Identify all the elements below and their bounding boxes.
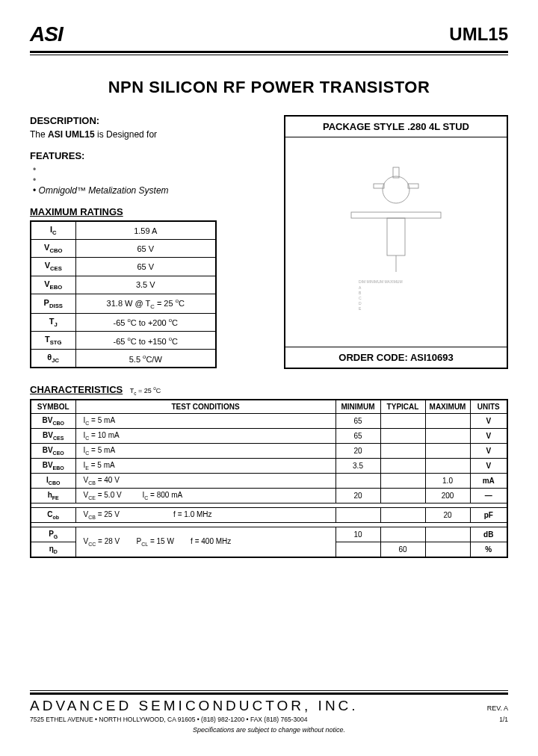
header: ASI UML15 [30, 22, 508, 49]
package-outline-icon: DIM MINIMUM MAXIMUM AB CD E [321, 160, 471, 324]
table-row: BVCBOIC = 5 mA65V [31, 413, 507, 428]
company-address: 7525 ETHEL AVENUE • NORTH HOLLYWOOD, CA … [30, 716, 307, 723]
table-row: BVEBOIE = 5 mA3.5V [31, 458, 507, 473]
table-row: VCBO65 V [31, 240, 216, 258]
revision: REV. A [487, 704, 508, 712]
table-row: PGVCC = 28 V PCL = 15 W f = 400 MHz10dB [31, 527, 507, 542]
svg-text:C: C [359, 296, 362, 300]
page-title: NPN SILICON RF POWER TRANSISTOR [30, 78, 508, 97]
features-heading: FEATURES: [30, 150, 269, 161]
header-rule-thin [30, 55, 508, 55]
svg-text:D: D [359, 301, 362, 306]
table-row: PDISS31.8 W @ TC = 25 oC [31, 294, 216, 313]
table-header-row: SYMBOL TEST CONDITIONS MINIMUM TYPICAL M… [31, 400, 507, 414]
table-row: VCES65 V [31, 258, 216, 276]
characteristics-table: SYMBOL TEST CONDITIONS MINIMUM TYPICAL M… [30, 399, 508, 558]
desc-prefix: The [30, 129, 48, 140]
svg-text:E: E [359, 306, 362, 311]
max-ratings-heading: MAXIMUM RATINGS [30, 206, 269, 217]
table-row: θJC5.5 oC/W [31, 349, 216, 368]
max-ratings-table: IC1.59 A VCBO65 V VCES65 V VEBO3.5 V PDI… [30, 220, 217, 368]
description-heading: DESCRIPTION: [30, 115, 269, 126]
table-row: hFEVCE = 5.0 V IC = 800 mA20200— [31, 488, 507, 503]
package-box: PACKAGE STYLE .280 4L STUD [284, 115, 508, 369]
svg-text:A: A [359, 285, 362, 290]
disclaimer: Specifications are subject to change wit… [30, 726, 508, 734]
feature-item: Omnigold™ Metalization System [33, 185, 269, 196]
package-drawing: DIM MINIMUM MAXIMUM AB CD E [285, 137, 507, 347]
svg-rect-4 [351, 212, 441, 218]
table-row: IC1.59 A [31, 221, 216, 240]
desc-bold: ASI UML15 [48, 129, 95, 140]
footer: ADVANCED SEMICONDUCTOR, INC. REV. A 7525… [30, 690, 508, 734]
table-row: BVCESIC = 10 mA65V [31, 428, 507, 443]
table-row: CobVCB = 25 V f = 1.0 MHz20pF [31, 507, 507, 522]
feature-item [33, 164, 269, 175]
description-text: The ASI UML15 is Designed for [30, 129, 269, 140]
table-row: TSTG-65 oC to +150 oC [31, 331, 216, 349]
table-row: BVCEOIC = 5 mA20V [31, 443, 507, 458]
table-row: TJ-65 oC to +200 oC [31, 313, 216, 331]
characteristics-heading: CHARACTERISTICS Tc = 25 oC [30, 384, 508, 396]
part-number: UML15 [449, 24, 508, 45]
logo: ASI [30, 22, 63, 46]
package-title: PACKAGE STYLE .280 4L STUD [285, 117, 507, 137]
features-list: Omnigold™ Metalization System [30, 164, 269, 196]
svg-point-0 [383, 176, 409, 203]
svg-rect-5 [387, 218, 405, 255]
desc-suffix: is Designed for [95, 129, 157, 140]
table-row: VEBO3.5 V [31, 276, 216, 294]
svg-text:B: B [359, 291, 362, 295]
table-row: ICBOVCB = 40 V1.0mA [31, 473, 507, 488]
page-number: 1/1 [499, 716, 508, 723]
order-code: ORDER CODE: ASI10693 [285, 347, 507, 368]
svg-text:DIM   MINIMUM   MAXIMUM: DIM MINIMUM MAXIMUM [359, 279, 403, 284]
company-name: ADVANCED SEMICONDUCTOR, INC. [30, 698, 359, 714]
feature-item [33, 175, 269, 185]
header-rule-thick [30, 51, 508, 53]
